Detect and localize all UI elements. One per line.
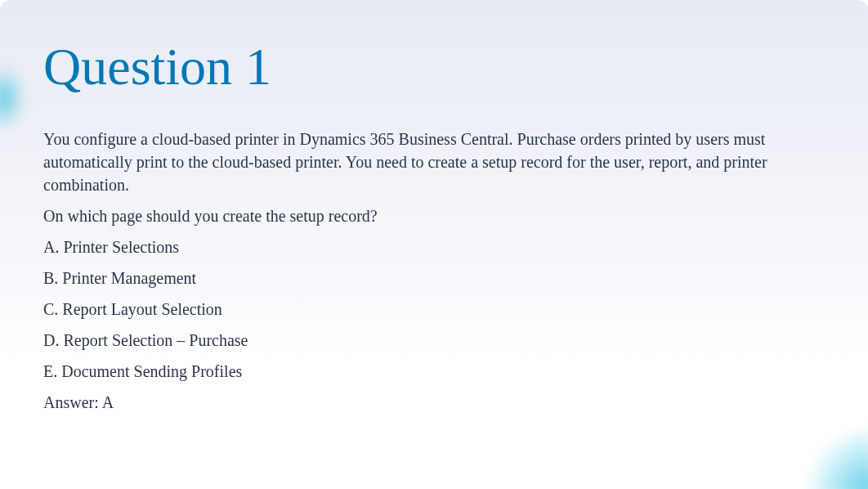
question-title: Question 1 [43,41,825,93]
question-prompt: On which page should you create the setu… [43,204,825,227]
option-d: D. Report Selection – Purchase [43,329,825,352]
option-c: C. Report Layout Selection [43,298,825,321]
answer-text: Answer: A [43,391,825,414]
decorative-glow-bottom-right [803,424,868,489]
scenario-text: You configure a cloud-based printer in D… [43,128,825,196]
decorative-glow-left [0,65,25,131]
slide-container: Question 1 You configure a cloud-based p… [0,0,868,489]
option-a: A. Printer Selections [43,236,825,258]
option-e: E. Document Sending Profiles [43,360,825,383]
question-body: You configure a cloud-based printer in D… [43,128,825,414]
option-b: B. Printer Management [43,267,825,289]
